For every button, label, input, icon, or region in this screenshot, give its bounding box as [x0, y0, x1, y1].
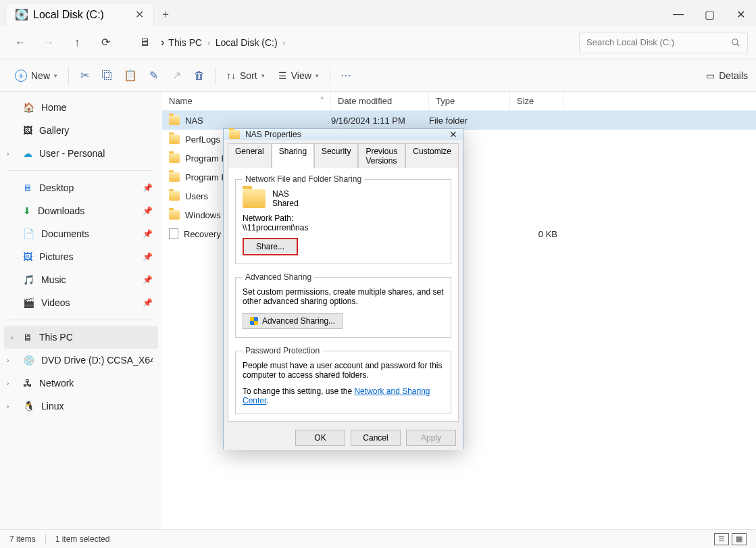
maximize-button[interactable]: ▢ [694, 3, 725, 26]
drive-icon: 💽 [16, 9, 28, 21]
downloads-icon: ⬇ [23, 205, 31, 216]
back-button[interactable]: ← [8, 30, 32, 55]
sidebar-user[interactable]: ›☁User - Personal [0, 142, 162, 165]
ok-button[interactable]: OK [295, 430, 345, 446]
search-input[interactable]: Search Local Disk (C:) [579, 32, 748, 53]
cut-icon[interactable]: ✂ [73, 64, 96, 87]
details-pane-button[interactable]: ▭ Details [706, 70, 748, 81]
item-count: 7 items [9, 534, 36, 544]
new-tab-button[interactable]: ＋ [154, 3, 177, 26]
linux-icon: 🐧 [23, 401, 34, 412]
properties-dialog: NAS Properties ✕ General Sharing Securit… [223, 128, 463, 449]
delete-icon[interactable]: 🗑 [188, 64, 211, 87]
forward-button[interactable]: → [36, 30, 61, 55]
sidebar-network[interactable]: ›🖧Network [0, 372, 162, 395]
pc-icon[interactable]: 🖥 [132, 30, 157, 55]
pin-icon[interactable]: 📌 [143, 206, 153, 216]
password-protection-group: Password Protection People must have a u… [235, 346, 451, 414]
chevron-right-icon[interactable]: › [7, 380, 9, 387]
up-button[interactable]: ↑ [65, 30, 89, 55]
crumb-drive[interactable]: Local Disk (C:) [216, 37, 278, 48]
sidebar-documents[interactable]: 📄Documents📌 [0, 222, 162, 245]
chevron-right-icon[interactable]: › [7, 150, 9, 157]
tab-security[interactable]: Security [314, 143, 358, 168]
cancel-button[interactable]: Cancel [351, 430, 401, 446]
ribbon: +New▾ ✂ ⿻ 📋 ✎ ↗ 🗑 ↑↓ Sort▾ ☰ View▾ ⋯ ▭ D… [0, 59, 756, 92]
folder-icon [169, 191, 180, 201]
chevron-right-icon[interactable]: › [7, 357, 9, 364]
tab-general[interactable]: General [228, 143, 272, 168]
file-name: Program F [185, 153, 226, 164]
sidebar-gallery[interactable]: 🖼Gallery [0, 119, 162, 142]
col-type[interactable]: Type [429, 92, 510, 110]
rename-icon[interactable]: ✎ [142, 64, 165, 87]
sidebar-dvd[interactable]: ›💿DVD Drive (D:) CCSA_X64FRE_EN- [0, 349, 162, 372]
pin-icon[interactable]: 📌 [143, 183, 153, 193]
dialog-title: NAS Properties [245, 130, 301, 139]
sidebar-desktop[interactable]: 🖥Desktop📌 [0, 176, 162, 199]
pin-icon[interactable]: 📌 [143, 229, 153, 239]
pin-icon[interactable]: 📌 [143, 275, 153, 284]
search-placeholder: Search Local Disk (C:) [586, 37, 674, 47]
file-name: PerfLogs [185, 134, 220, 145]
chevron-right-icon[interactable]: › [11, 334, 13, 341]
new-button[interactable]: +New▾ [8, 64, 64, 87]
sort-button[interactable]: ↑↓ Sort▾ [220, 64, 272, 87]
copy-icon[interactable]: ⿻ [96, 64, 119, 87]
file-date: 9/16/2024 1:11 PM [331, 116, 429, 126]
chevron-right-icon[interactable]: › [283, 39, 286, 47]
share-icon[interactable]: ↗ [165, 64, 188, 87]
sidebar-linux[interactable]: ›🐧Linux [0, 395, 162, 418]
advanced-sharing-button[interactable]: Advanced Sharing... [243, 313, 343, 329]
apply-button[interactable]: Apply [406, 430, 456, 446]
sidebar-thispc[interactable]: ›🖥This PC [4, 326, 158, 349]
sidebar-music[interactable]: 🎵Music📌 [0, 268, 162, 291]
advanced-sharing-group: Advanced Sharing Set custom permissions,… [235, 272, 451, 338]
table-row[interactable]: NAS9/16/2024 1:11 PMFile folder [162, 111, 756, 130]
pin-icon[interactable]: 📌 [143, 252, 153, 261]
sidebar-home[interactable]: 🏠Home [0, 96, 162, 119]
view-button[interactable]: ☰ View▾ [272, 64, 326, 87]
dialog-titlebar[interactable]: NAS Properties ✕ [224, 129, 463, 140]
share-name: NAS [272, 189, 299, 199]
window-tab[interactable]: 💽 Local Disk (C:) ✕ [5, 3, 154, 26]
close-button[interactable]: ✕ [725, 3, 756, 26]
window-controls: — ▢ ✕ [663, 3, 756, 26]
col-date[interactable]: Date modified [331, 92, 429, 110]
folder-icon [169, 134, 180, 144]
navbar: ← → ↑ ⟳ 🖥 › This PC › Local Disk (C:) › … [0, 26, 756, 59]
gallery-icon: 🖼 [23, 125, 32, 136]
view-thumbnails-icon[interactable]: ▦ [732, 533, 747, 545]
sidebar-pictures[interactable]: 🖼Pictures📌 [0, 245, 162, 268]
desktop-icon: 🖥 [23, 182, 32, 193]
paste-icon[interactable]: 📋 [119, 64, 142, 87]
tab-customize[interactable]: Customize [405, 143, 459, 168]
file-name: Users [185, 191, 208, 201]
share-status: Shared [272, 199, 299, 208]
videos-icon: 🎬 [23, 297, 34, 308]
minimize-button[interactable]: — [663, 3, 694, 26]
file-name: Windows [185, 210, 221, 220]
tab-sharing[interactable]: Sharing [272, 143, 314, 168]
dialog-tabs: General Sharing Security Previous Versio… [224, 140, 463, 168]
tab-previous-versions[interactable]: Previous Versions [358, 143, 405, 168]
tab-close-icon[interactable]: ✕ [135, 8, 144, 21]
dialog-close-button[interactable]: ✕ [449, 129, 457, 140]
sidebar-videos[interactable]: 🎬Videos📌 [0, 291, 162, 314]
chevron-right-icon[interactable]: › [161, 36, 164, 49]
chevron-right-icon[interactable]: › [7, 403, 9, 410]
more-icon[interactable]: ⋯ [334, 64, 357, 87]
folder-icon [229, 130, 240, 139]
chevron-right-icon[interactable]: › [207, 39, 210, 47]
sidebar-downloads[interactable]: ⬇Downloads📌 [0, 199, 162, 222]
col-name[interactable]: Name ^ [162, 92, 331, 110]
col-size[interactable]: Size [510, 92, 564, 110]
pin-icon[interactable]: 📌 [143, 298, 153, 307]
view-details-icon[interactable]: ☰ [714, 533, 729, 545]
pc-icon: 🖥 [23, 332, 32, 343]
details-icon: ▭ [706, 70, 715, 81]
share-button[interactable]: Share... [243, 238, 298, 255]
crumb-thispc[interactable]: This PC [168, 37, 202, 48]
advanced-sharing-text: Set custom permissions, create multiple … [243, 287, 444, 306]
refresh-button[interactable]: ⟳ [93, 30, 118, 55]
